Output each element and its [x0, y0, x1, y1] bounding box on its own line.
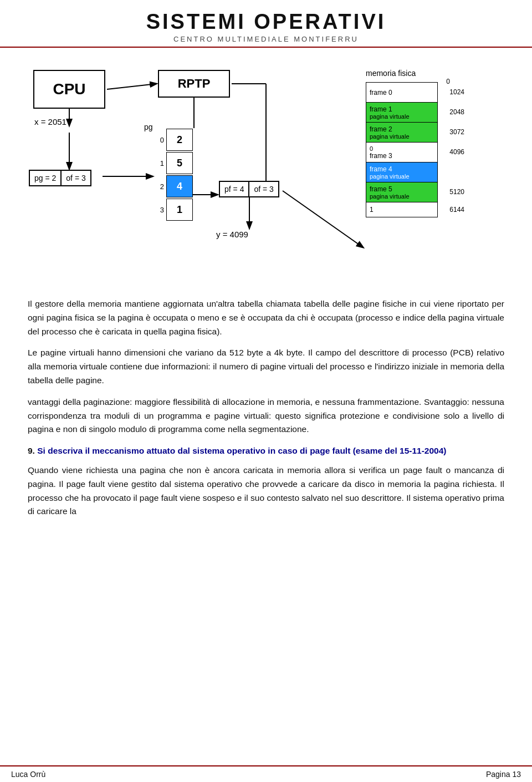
- mem-cell-frame2: frame 2 pagina virtuale: [366, 122, 438, 142]
- pt-cell-0: 2: [166, 129, 193, 151]
- mem-row-frame2: frame 2 pagina virtuale 3072: [366, 122, 438, 142]
- footer-author: Luca Orrù: [11, 770, 45, 779]
- memoria-fisica-label: memoria fisica: [366, 69, 416, 78]
- paragraph-1: Il gestore della memoria mantiene aggior…: [28, 297, 504, 338]
- answer-text: Quando viene richiesta una pagina che no…: [28, 464, 504, 519]
- x-value-label: x = 2051: [34, 117, 66, 126]
- pt-row-2: 2 4: [155, 175, 194, 198]
- y-value-label: y = 4099: [216, 230, 248, 239]
- mem-row-frame4: frame 4 pagina virtuale: [366, 162, 438, 182]
- pt-row-3: 3 1: [155, 198, 194, 221]
- diagram-area: CPU x = 2051 pg = 2 of = 3 pg RPTP 0 2 1…: [0, 53, 532, 286]
- pt-cell-1: 5: [166, 152, 193, 174]
- content-area: Il gestore della memoria mantiene aggior…: [0, 286, 532, 530]
- pf-value: pf = 4: [220, 182, 249, 196]
- page-footer: Luca Orrù Pagina 13: [0, 765, 532, 782]
- svg-line-6: [283, 191, 363, 247]
- pf-of-box: pf = 4 of = 3: [219, 181, 279, 197]
- page-title: SISTEMI OPERATIVI: [0, 10, 532, 34]
- mem-cell-frame5: frame 5 pagina virtuale: [366, 182, 438, 202]
- mem-cell-frame4: frame 4 pagina virtuale: [366, 162, 438, 182]
- mem-cell-last: 1: [366, 202, 438, 217]
- mem-row-frame0: frame 0 1024: [366, 82, 438, 102]
- paragraph-2: Le pagine virtuali hanno dimensioni che …: [28, 346, 504, 387]
- paragraph-3: vantaggi della paginazione: maggiore fle…: [28, 395, 504, 436]
- page-table: 0 2 1 5 2 4 3 1: [155, 128, 194, 221]
- question-9: 9. Si descriva il meccanismo attuato dal…: [28, 444, 504, 458]
- pg-of-box: pg = 2 of = 3: [29, 170, 91, 186]
- svg-line-7: [107, 84, 156, 89]
- page-subtitle: CENTRO MULTIMEDIALE MONTIFERRU: [0, 35, 532, 43]
- mem-cell-frame0: frame 0: [366, 82, 438, 102]
- pt-row-1: 1 5: [155, 151, 194, 175]
- mem-row-frame5: frame 5 pagina virtuale 5120: [366, 182, 438, 202]
- pt-cell-2-highlighted: 4: [166, 175, 193, 197]
- rptp-box: RPTP: [158, 70, 230, 98]
- pg-label: pg: [144, 123, 153, 131]
- pf-of-value: of = 3: [249, 182, 278, 196]
- footer-page: Pagina 13: [486, 770, 521, 779]
- mem-row-frame3: 0 frame 3 4096: [366, 142, 438, 162]
- mem-cell-frame1: frame 1 pagina virtuale: [366, 102, 438, 122]
- mem-cell-frame3: 0 frame 3: [366, 142, 438, 162]
- page-header: SISTEMI OPERATIVI CENTRO MULTIMEDIALE MO…: [0, 0, 532, 48]
- pg-value: pg = 2: [30, 171, 62, 185]
- pt-cell-3: 1: [166, 199, 193, 221]
- memory-frames: 0 frame 0 1024 frame 1 pagina virtuale 2…: [366, 82, 438, 217]
- of-value: of = 3: [62, 171, 90, 185]
- cpu-box: CPU: [33, 70, 105, 109]
- pt-row-0: 0 2: [155, 128, 194, 151]
- mem-row-last: 1 6144: [366, 202, 438, 217]
- mem-row-frame1: frame 1 pagina virtuale 2048: [366, 102, 438, 122]
